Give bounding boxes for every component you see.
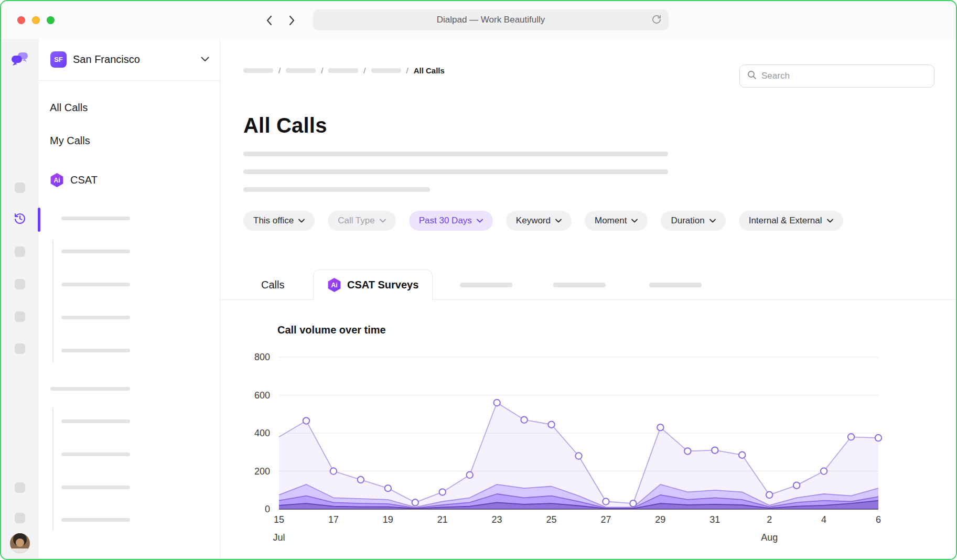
tab-label: CSAT Surveys [347,279,418,291]
sidebar-item-csat[interactable]: Ai CSAT [50,173,98,187]
chevron-down-icon [380,219,386,223]
history-icon[interactable] [14,212,26,225]
breadcrumb-skeleton [371,68,401,73]
rail-placeholder-icon [15,513,25,523]
filter-this-office[interactable]: This office [243,211,315,231]
skeleton-line [243,169,668,174]
breadcrumb-separator: / [321,66,323,75]
svg-text:Aug: Aug [761,532,778,543]
skeleton-tab [553,283,606,287]
skeleton-bar [61,453,130,456]
svg-text:19: 19 [383,514,393,525]
filter-moment[interactable]: Moment [585,211,648,231]
breadcrumb-separator: / [363,66,365,75]
svg-text:17: 17 [328,514,339,525]
svg-text:2: 2 [767,514,772,525]
skeleton-bar [50,387,130,391]
filter-internal-external[interactable]: Internal & External [739,211,843,231]
sidebar-item-all-calls[interactable]: All Calls [50,102,88,114]
filter-label: Internal & External [749,216,822,226]
chevron-down-icon [827,219,833,223]
skeleton-bar [61,250,130,253]
sidebar-item-label: CSAT [70,174,98,186]
filter-date-range[interactable]: Past 30 Days [409,211,493,231]
skeleton-bar [61,349,130,352]
filter-duration[interactable]: Duration [661,211,725,231]
svg-text:600: 600 [254,390,270,401]
breadcrumb: / / / / All Calls [243,65,445,76]
search-input[interactable] [761,71,927,81]
svg-text:0: 0 [265,504,270,514]
rail-placeholder-icon [15,246,25,257]
nav-rail [1,39,39,559]
workspace-selector[interactable]: SF San Francisco [50,51,209,68]
rail-placeholder-icon [15,182,25,193]
workspace-name: San Francisco [73,53,201,66]
reload-icon[interactable] [651,14,662,27]
rail-placeholder-icon [15,482,25,493]
svg-text:400: 400 [254,428,270,438]
svg-text:4: 4 [821,514,826,525]
skeleton-line [243,152,668,156]
zoom-window-button[interactable] [47,16,55,24]
page-title: All Calls [243,114,327,137]
ai-hexagon-icon: Ai [50,173,64,187]
filter-label: Past 30 Days [419,216,472,226]
breadcrumb-skeleton [328,68,358,73]
app-window: Dialpad — Work Beautifully [0,0,957,560]
breadcrumb-skeleton [286,68,316,73]
sidebar: SF San Francisco All Calls My Calls Ai C… [39,39,220,559]
svg-text:800: 800 [254,352,270,362]
skeleton-guide-line [52,240,53,362]
active-section-indicator [38,208,40,232]
close-window-button[interactable] [17,16,25,24]
rail-placeholder-icon [15,343,25,354]
filter-call-type[interactable]: Call Type [328,211,396,231]
rail-placeholder-icon [15,279,25,289]
svg-text:200: 200 [254,466,270,477]
sidebar-item-my-calls[interactable]: My Calls [50,135,90,147]
breadcrumb-separator: / [406,66,408,75]
tab-calls[interactable]: Calls [245,270,300,299]
filter-label: Moment [595,216,627,226]
skeleton-guide-line [52,407,53,531]
back-button[interactable] [261,13,277,28]
skeleton-bar [61,316,130,319]
filter-label: Call Type [338,216,375,226]
svg-text:31: 31 [709,514,720,525]
skeleton-tab [649,283,702,287]
ai-hexagon-icon: Ai [327,278,341,292]
rail-placeholder-icon [15,311,25,322]
search-box [739,64,934,88]
forward-button[interactable] [284,13,300,28]
address-bar[interactable]: Dialpad — Work Beautifully [313,9,669,30]
breadcrumb-skeleton [243,68,273,73]
skeleton-bar [61,419,130,423]
chevron-down-icon [201,55,209,64]
filter-label: Duration [671,216,704,226]
skeleton-tab [460,283,512,287]
svg-text:25: 25 [546,514,557,525]
skeleton-line [243,187,430,192]
chevron-down-icon [555,219,562,223]
svg-text:29: 29 [655,514,665,525]
svg-text:23: 23 [492,514,502,525]
svg-text:15: 15 [274,514,284,525]
search-icon [747,70,757,82]
user-avatar[interactable] [10,533,30,553]
breadcrumb-current: All Calls [414,66,445,75]
dialpad-logo-icon[interactable] [12,52,28,68]
filter-bar: This office Call Type Past 30 Days Keywo… [243,211,843,231]
filter-keyword[interactable]: Keyword [506,211,572,231]
svg-text:6: 6 [876,514,881,525]
skeleton-bar [61,486,130,489]
window-title: Dialpad — Work Beautifully [437,15,545,25]
chevron-down-icon [477,219,483,223]
chevron-down-icon [298,219,305,223]
chevron-down-icon [631,219,638,223]
skeleton-bar [61,518,130,522]
filter-label: This office [253,216,294,226]
tab-csat-surveys[interactable]: Ai CSAT Surveys [313,270,433,300]
minimize-window-button[interactable] [32,16,40,24]
call-volume-chart: 8006004002000151719212325272931246JulAug [240,344,916,554]
